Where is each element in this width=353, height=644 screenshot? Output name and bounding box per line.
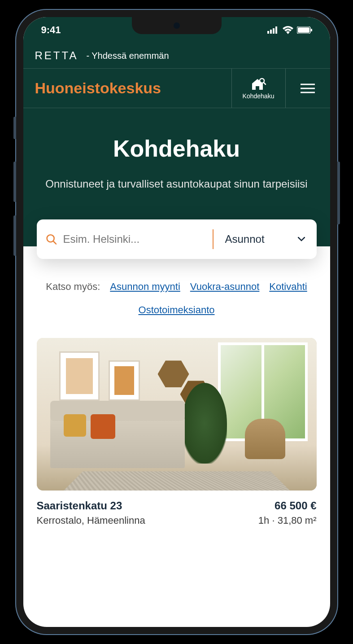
listing-image xyxy=(37,338,317,491)
listing-subtitle: Kerrostalo, Hämeenlinna xyxy=(37,515,145,526)
listing-info: Saaristenkatu 23 Kerrostalo, Hämeenlinna… xyxy=(37,491,317,526)
search-input-area[interactable] xyxy=(37,233,213,245)
listing-price: 66 500 € xyxy=(258,499,317,512)
search-box: Asunnot xyxy=(37,219,317,259)
svg-rect-0 xyxy=(267,31,269,34)
menu-button[interactable] xyxy=(285,69,330,108)
retta-tagline: - Yhdessä enemmän xyxy=(86,51,169,61)
kohdehaku-label: Kohdehaku xyxy=(243,92,275,100)
link-ostotoimeksianto[interactable]: Ostotoimeksianto xyxy=(139,300,215,320)
quick-links: Katso myös: Asunnon myynti Vuokra-asunno… xyxy=(23,259,330,333)
kohdehaku-button[interactable]: Kohdehaku xyxy=(231,69,285,108)
listing-card[interactable]: Saaristenkatu 23 Kerrostalo, Hämeenlinna… xyxy=(23,333,330,526)
link-asunnon-myynti[interactable]: Asunnon myynti xyxy=(110,277,180,297)
status-icons xyxy=(267,26,312,34)
house-search-icon xyxy=(250,77,266,91)
search-icon xyxy=(46,233,57,245)
svg-rect-1 xyxy=(270,30,272,34)
listing-title: Saaristenkatu 23 xyxy=(37,499,145,512)
hero-subtitle: Onnistuneet ja turvalliset asuntokaupat … xyxy=(37,175,317,193)
retta-logo: RETTA xyxy=(35,49,78,62)
wifi-icon xyxy=(283,26,293,34)
phone-screen: 9:41 RETTA - Yhdessä enemmän Huoneistoke… xyxy=(23,17,330,627)
search-input[interactable] xyxy=(63,233,203,245)
category-label: Asunnot xyxy=(225,233,265,245)
status-time: 9:41 xyxy=(41,24,61,36)
battery-icon xyxy=(297,26,312,34)
chevron-down-icon xyxy=(298,237,305,241)
hamburger-icon xyxy=(301,83,315,93)
link-vuokra-asunnot[interactable]: Vuokra-asunnot xyxy=(190,277,260,297)
svg-line-13 xyxy=(53,241,56,244)
phone-frame: 9:41 RETTA - Yhdessä enemmän Huoneistoke… xyxy=(15,9,338,635)
top-banner: RETTA - Yhdessä enemmän xyxy=(23,43,330,69)
search-wrapper: Asunnot xyxy=(23,219,330,259)
nav-bar: Huoneistokeskus Kohdehaku xyxy=(23,69,330,108)
link-kotivahti[interactable]: Kotivahti xyxy=(269,277,307,297)
svg-rect-5 xyxy=(298,27,309,33)
svg-line-8 xyxy=(264,83,266,84)
cellular-icon xyxy=(267,26,279,34)
phone-notch xyxy=(132,17,222,34)
svg-rect-6 xyxy=(311,29,312,31)
svg-rect-3 xyxy=(275,26,277,34)
brand-logo[interactable]: Huoneistokeskus xyxy=(23,69,231,108)
phone-side-buttons-left xyxy=(13,117,16,269)
category-dropdown[interactable]: Asunnot xyxy=(214,233,317,245)
links-label: Katso myös: xyxy=(46,277,100,297)
phone-side-button-right xyxy=(337,162,340,224)
hero-title: Kohdehaku xyxy=(37,135,317,162)
svg-rect-2 xyxy=(273,28,275,34)
listing-details: 1h · 31,80 m² xyxy=(258,515,317,526)
